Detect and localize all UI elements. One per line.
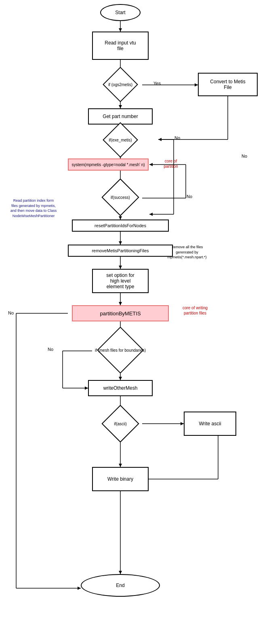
if-exe-metis-label: if(exe_metis) — [109, 138, 132, 142]
system-mpmetis-shape: system(mpmetis -gtype=nodal *.mesh' n) — [68, 158, 149, 171]
if-mesh-boundaries-label: if (mesh files for boundaries) — [95, 348, 146, 353]
if-exe-metis-container: if(exe_metis) — [92, 127, 149, 152]
read-input-label: Read input vtu file — [105, 40, 136, 51]
reset-partition-shape: resetPartitionIdsForNodes — [72, 220, 169, 232]
end-label: End — [116, 583, 124, 588]
partition-metis-label: partitionByMETIS — [100, 310, 141, 317]
convert-metis-label: Convert to Metis File — [210, 79, 245, 90]
start-label: Start — [115, 10, 125, 15]
partition-metis-shape: partitionByMETIS — [72, 305, 169, 321]
svg-marker-45 — [119, 377, 122, 380]
convert-metis-shape: Convert to Metis File — [198, 73, 258, 96]
write-other-mesh-label: writeOtherMesh — [103, 385, 138, 391]
yes-ogs2metis: Yes — [153, 81, 161, 86]
write-binary-shape: Write binary — [92, 467, 149, 491]
svg-marker-31 — [119, 266, 122, 269]
if-success-label: if(success) — [111, 195, 130, 200]
svg-marker-37 — [78, 587, 81, 590]
flowchart: Start Read input vtu file if (ogs2metis)… — [0, 0, 271, 644]
svg-marker-29 — [119, 241, 122, 245]
svg-marker-24 — [149, 163, 153, 166]
core-partition-annot: core of partition — [153, 158, 189, 169]
no-convert: No — [242, 154, 247, 158]
reset-partition-label: resetPartitionIdsForNodes — [95, 223, 146, 228]
write-ascii-shape: Write ascii — [184, 412, 236, 436]
if-mesh-boundaries-container: if (mesh files for boundaries) — [88, 334, 153, 367]
no-partition-label: No — [8, 310, 14, 315]
end-shape: End — [81, 574, 160, 597]
write-binary-label: Write binary — [107, 476, 133, 482]
no-exe-metis: No — [174, 135, 180, 140]
if-ogs2metis-label: if (ogs2metis) — [108, 82, 132, 87]
set-option-shape: set option for high level element type — [92, 269, 149, 293]
read-partition-note: Read partition index form files generate… — [7, 198, 60, 218]
write-ascii-label: Write ascii — [199, 421, 221, 427]
svg-marker-10 — [119, 105, 122, 108]
svg-marker-1 — [119, 28, 122, 32]
if-ogs2metis-container: if (ogs2metis) — [92, 72, 149, 97]
svg-marker-33 — [119, 302, 122, 305]
svg-marker-56 — [119, 571, 122, 574]
no-boundaries-label: No — [48, 347, 53, 352]
remove-metis-label: removeMetisPartitioningFiles — [92, 248, 149, 253]
start-shape: Start — [100, 4, 141, 21]
if-ascii-container: if(ascii) — [92, 410, 149, 437]
svg-marker-54 — [119, 464, 122, 467]
core-writing-annot: core of writing partition files — [173, 305, 217, 316]
no-success-label: No — [187, 194, 192, 199]
read-input-shape: Read input vtu file — [92, 32, 149, 60]
if-ascii-label: if(ascii) — [114, 422, 127, 426]
if-success-container: if(success) — [92, 184, 149, 211]
svg-marker-18 — [149, 213, 153, 216]
get-part-number-label: Get part number — [103, 114, 138, 119]
remove-metis-shape: removeMetisPartitioningFiles — [68, 245, 173, 257]
svg-marker-43 — [85, 386, 88, 390]
svg-marker-8 — [158, 138, 162, 141]
set-option-label: set option for high level element type — [106, 272, 134, 289]
svg-marker-49 — [181, 422, 184, 425]
svg-marker-27 — [119, 216, 122, 220]
write-other-mesh-shape: writeOtherMesh — [88, 380, 153, 396]
system-mpmetis-label: system(mpmetis -gtype=nodal *.mesh' n) — [71, 163, 145, 167]
svg-marker-5 — [195, 83, 198, 87]
